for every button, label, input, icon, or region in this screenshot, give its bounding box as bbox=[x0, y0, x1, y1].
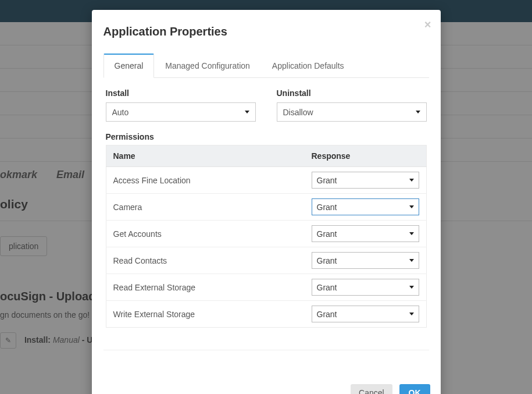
permission-row: Write External Storage Grant bbox=[106, 301, 426, 328]
permission-name: Read External Storage bbox=[106, 274, 305, 301]
tab-general[interactable]: General bbox=[103, 54, 155, 78]
tab-application-defaults[interactable]: Application Defaults bbox=[261, 54, 355, 78]
permission-response-select[interactable]: Grant bbox=[312, 225, 419, 242]
permission-name: Access Fine Location bbox=[106, 167, 305, 194]
permission-response-select[interactable]: Grant bbox=[312, 172, 419, 189]
permissions-header-row: Name Response bbox=[106, 145, 426, 167]
permission-response-select[interactable]: Grant bbox=[312, 252, 419, 269]
col-response-header: Response bbox=[305, 145, 427, 167]
permission-row: Read External Storage Grant bbox=[106, 274, 426, 301]
permission-row: Read Contacts Grant bbox=[106, 247, 426, 274]
permissions-heading: Permissions bbox=[106, 132, 427, 141]
col-name-header: Name bbox=[106, 145, 305, 167]
permission-response-select[interactable]: Grant bbox=[312, 306, 419, 322]
modal-footer: Cancel OK bbox=[92, 376, 441, 394]
modal-header: Application Properties × bbox=[92, 10, 441, 47]
permission-row: Camera Grant bbox=[106, 194, 426, 221]
permission-name: Write External Storage bbox=[106, 301, 305, 328]
permission-row: Get Accounts Grant bbox=[106, 221, 426, 247]
tab-managed-configuration[interactable]: Managed Configuration bbox=[154, 54, 261, 78]
uninstall-select[interactable]: Disallow bbox=[277, 102, 427, 122]
permission-name: Get Accounts bbox=[106, 221, 305, 247]
permissions-table: Name Response Access Fine Location Grant… bbox=[106, 145, 427, 328]
permission-name: Read Contacts bbox=[106, 247, 305, 274]
modal-separator bbox=[103, 350, 429, 350]
modal-title: Application Properties bbox=[103, 25, 429, 38]
ok-button[interactable]: OK bbox=[399, 384, 430, 394]
install-uninstall-row: Install Auto Uninstall Disallow bbox=[106, 88, 427, 122]
modal-body: Install Auto Uninstall Disallow Permissi… bbox=[92, 78, 441, 333]
permission-response-select[interactable]: Grant bbox=[312, 198, 419, 215]
application-properties-modal: Application Properties × General Managed… bbox=[92, 10, 441, 394]
permission-row: Access Fine Location Grant bbox=[106, 167, 426, 194]
modal-tab-strip: General Managed Configuration Applicatio… bbox=[103, 54, 429, 78]
install-label: Install bbox=[106, 88, 256, 98]
permission-response-select[interactable]: Grant bbox=[312, 279, 419, 296]
uninstall-label: Uninstall bbox=[277, 88, 427, 98]
cancel-button[interactable]: Cancel bbox=[351, 384, 392, 394]
close-icon[interactable]: × bbox=[424, 18, 431, 31]
install-select[interactable]: Auto bbox=[106, 102, 256, 122]
permission-name: Camera bbox=[106, 194, 305, 221]
